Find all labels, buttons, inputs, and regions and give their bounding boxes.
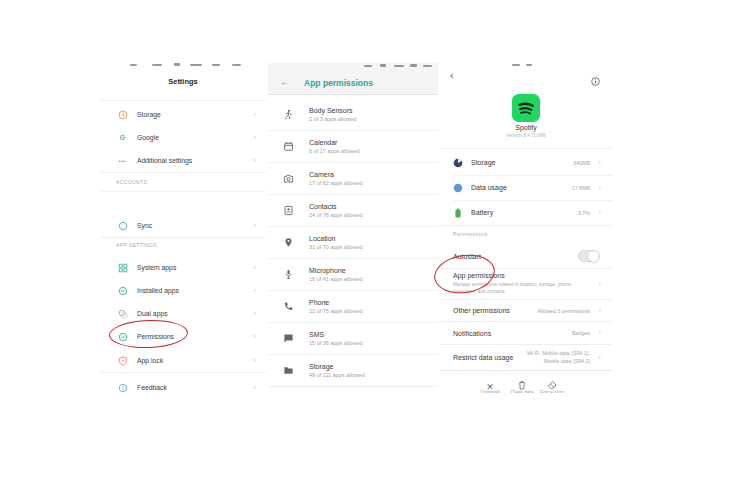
chevron-right-icon: › [253, 221, 256, 229]
app-info-panel: ‹ Spotify Version 8.4.70.666 Storage 340… [440, 63, 612, 393]
phone-icon [282, 300, 295, 313]
app-info-row-data-usage[interactable]: Data usage 17.8MB › [440, 175, 612, 200]
app-permissions-header: ← App permissions [268, 63, 438, 95]
grid-icon [117, 262, 128, 273]
chevron-right-icon: › [598, 158, 601, 166]
microphone-icon [282, 268, 295, 281]
circle-minus-icon [117, 285, 128, 296]
chevron-right-icon: › [253, 356, 256, 364]
section-header-app-settings: APP SETTINGS [116, 242, 157, 248]
app-info-row-notifications[interactable]: Notifications Badges › [440, 322, 612, 344]
back-chevron-icon[interactable]: ‹ [450, 70, 454, 81]
permission-row-contacts[interactable]: Contacts24 of 76 apps allowed [268, 195, 438, 227]
app-permissions-panel: ← App permissions Body Sensors2 of 3 app… [268, 63, 438, 408]
google-icon: G [117, 132, 128, 143]
permission-row-location[interactable]: Location31 of 70 apps allowed [268, 227, 438, 259]
body-sensors-icon [282, 108, 295, 121]
chevron-right-icon: › [253, 263, 256, 271]
settings-item-app-lock[interactable]: App lock › [100, 349, 266, 372]
chevron-right-icon: › [598, 183, 601, 191]
contacts-icon [282, 204, 295, 217]
section-header-accounts: ACCOUNTS [116, 179, 147, 185]
spotify-app-icon [512, 94, 540, 126]
app-version: Version 8.4.70.666 [440, 133, 612, 138]
storage-clock-icon [117, 109, 128, 120]
permission-row-body-sensors[interactable]: Body Sensors2 of 3 apps allowed [268, 99, 438, 131]
settings-item-sync[interactable]: Sync › [100, 214, 266, 237]
dual-circles-icon [117, 308, 128, 319]
sms-bubble-icon [282, 332, 295, 345]
chevron-right-icon: › [598, 306, 601, 314]
shield-icon [117, 355, 128, 366]
pie-chart-icon [453, 158, 463, 168]
permission-row-phone[interactable]: Phone22 of 75 apps allowed [268, 291, 438, 323]
chevron-right-icon: › [598, 280, 601, 288]
settings-item-installed-apps[interactable]: Installed apps › [100, 279, 266, 302]
settings-item-system-apps[interactable]: System apps › [100, 256, 266, 279]
page-title: Settings [100, 77, 266, 86]
settings-item-feedback[interactable]: Feedback › [100, 376, 266, 399]
chevron-right-icon: › [598, 208, 601, 216]
app-name: Spotify [440, 124, 612, 131]
settings-item-storage[interactable]: Storage › [100, 103, 266, 126]
page-title: App permissions [304, 78, 373, 88]
data-circle-icon [453, 183, 463, 193]
permission-row-calendar[interactable]: Calendar6 of 17 apps allowed [268, 131, 438, 163]
sync-icon [117, 220, 128, 231]
chevron-right-icon: › [253, 332, 256, 340]
settings-item-additional-settings[interactable]: ••• Additional settings › [100, 149, 266, 172]
folder-icon [282, 364, 295, 377]
chevron-right-icon: › [598, 353, 601, 361]
app-info-row-storage[interactable]: Storage 340MB › [440, 150, 612, 175]
chevron-right-icon: › [253, 110, 256, 118]
permission-row-camera[interactable]: Camera17 of 62 apps allowed [268, 163, 438, 195]
location-pin-icon [282, 236, 295, 249]
app-info-row-other-permissions[interactable]: Other permissions Allowed 3 permissions … [440, 300, 612, 321]
camera-icon [282, 172, 295, 185]
back-arrow-icon[interactable]: ← [280, 77, 290, 87]
battery-icon [453, 208, 463, 218]
chevron-right-icon: › [253, 133, 256, 141]
section-header-permissions: Permissions [453, 231, 487, 237]
settings-item-dual-apps[interactable]: Dual apps › [100, 302, 266, 325]
settings-panel: Settings Storage › G Google › ••• Additi… [100, 63, 266, 415]
settings-item-google[interactable]: G Google › [100, 126, 266, 149]
calendar-icon [282, 140, 295, 153]
chevron-right-icon: › [253, 286, 256, 294]
autostart-toggle[interactable] [578, 250, 600, 262]
permission-row-storage[interactable]: Storage49 of 111 apps allowed [268, 355, 438, 387]
chevron-right-icon: › [253, 309, 256, 317]
app-info-row-restrict-data-usage[interactable]: Restrict data usage Wi-Fi, Mobile data (… [440, 345, 612, 370]
chevron-right-icon: › [253, 156, 256, 164]
screenshot-canvas: Settings Storage › G Google › ••• Additi… [0, 0, 750, 500]
info-icon[interactable] [591, 72, 600, 90]
permission-row-sms[interactable]: SMS15 of 36 apps allowed [268, 323, 438, 355]
chevron-right-icon: › [253, 383, 256, 391]
more-dots-icon: ••• [117, 155, 128, 166]
app-info-row-battery[interactable]: Battery 3.7% › [440, 200, 612, 225]
permission-row-microphone[interactable]: Microphone16 of 41 apps allowed [268, 259, 438, 291]
feedback-icon [117, 382, 128, 393]
bottom-toolbar: ✕ Uninstall Clear data Force stop [440, 370, 612, 393]
chevron-right-icon: › [598, 329, 601, 337]
